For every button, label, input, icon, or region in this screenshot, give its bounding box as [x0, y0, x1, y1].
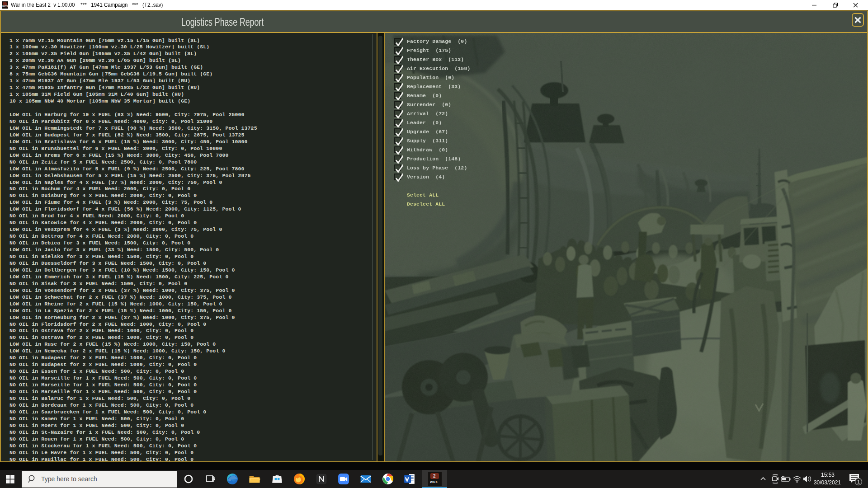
svg-text:1: 1	[857, 479, 860, 484]
